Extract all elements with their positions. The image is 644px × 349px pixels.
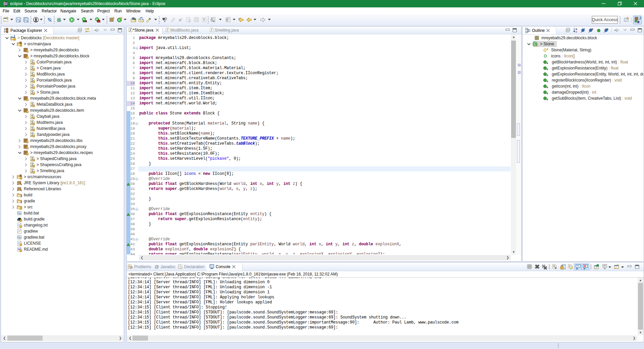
svg-text:J: J — [639, 16, 641, 20]
svg-text:Quick Access: Quick Access — [592, 17, 618, 22]
svg-text:C: C — [118, 18, 121, 22]
